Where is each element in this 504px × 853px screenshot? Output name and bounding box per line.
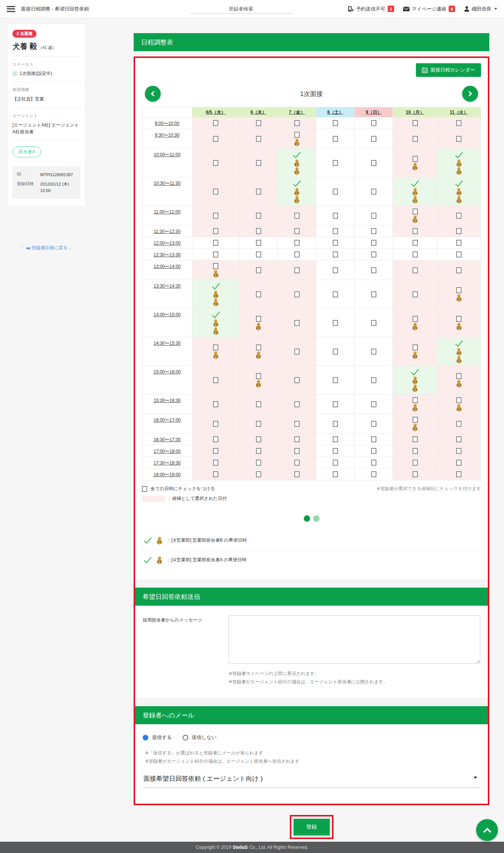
slot-checkbox[interactable]	[456, 228, 461, 234]
slot-checkbox[interactable]	[294, 448, 300, 454]
mail-template-select[interactable]: 面接希望日回答依頼 ( エージェント向け )	[143, 771, 480, 788]
slot-checkbox[interactable]	[213, 401, 218, 407]
send-radio-selected[interactable]	[143, 735, 148, 740]
slot-checkbox[interactable]	[294, 132, 300, 138]
slot-checkbox[interactable]	[213, 471, 218, 477]
slot-checkbox[interactable]	[371, 291, 376, 297]
slot-checkbox[interactable]	[213, 213, 218, 219]
slot-checkbox[interactable]	[456, 471, 461, 477]
slot-checkbox[interactable]	[294, 320, 300, 326]
slot-checkbox[interactable]	[456, 436, 461, 442]
slot-checkbox[interactable]	[413, 156, 418, 162]
slot-checkbox[interactable]	[213, 228, 218, 234]
slot-checkbox[interactable]	[456, 213, 461, 219]
slot-checkbox[interactable]	[371, 267, 376, 273]
slot-checkbox[interactable]	[256, 373, 261, 379]
slot-checkbox[interactable]	[456, 460, 461, 466]
slot-checkbox[interactable]	[333, 471, 338, 477]
slot-checkbox[interactable]	[256, 344, 261, 350]
slot-checkbox[interactable]	[413, 316, 418, 322]
slot-checkbox[interactable]	[294, 240, 300, 246]
slot-checkbox[interactable]	[256, 240, 261, 246]
slot-checkbox[interactable]	[256, 436, 261, 442]
time-slot-link[interactable]: 11:30〜12:30	[154, 229, 180, 234]
time-slot-link[interactable]: 9:30〜10:30	[155, 133, 179, 138]
slot-checkbox[interactable]	[256, 228, 261, 234]
recruiter-message-textarea[interactable]	[228, 615, 480, 664]
time-slot-link[interactable]: 16:30〜17:30	[154, 437, 181, 442]
date-link[interactable]: 10（月）	[406, 110, 424, 115]
slot-checkbox[interactable]	[333, 228, 338, 234]
slot-checkbox[interactable]	[256, 471, 261, 477]
slot-checkbox[interactable]	[256, 213, 261, 219]
slot-checkbox[interactable]	[333, 401, 338, 407]
time-slot-link[interactable]: 16:00〜17:00	[154, 417, 181, 423]
slot-checkbox[interactable]	[294, 401, 300, 407]
slot-checkbox[interactable]	[333, 421, 338, 427]
slot-checkbox[interactable]	[213, 240, 218, 246]
slot-checkbox[interactable]	[371, 460, 376, 466]
slot-checkbox[interactable]	[333, 136, 338, 142]
slot-checkbox[interactable]	[294, 228, 300, 234]
slot-checkbox[interactable]	[333, 436, 338, 442]
staff-tag[interactable]: 担当者A	[12, 146, 41, 157]
slot-checkbox[interactable]	[256, 401, 261, 407]
slot-checkbox[interactable]	[256, 421, 261, 427]
back-to-detail-link[interactable]: 「 ◀◀ 登録者詳細に戻る 」	[7, 245, 86, 251]
time-slot-link[interactable]: 13:00〜14:00	[154, 264, 181, 269]
slot-checkbox[interactable]	[213, 421, 218, 427]
slot-checkbox[interactable]	[213, 460, 218, 466]
slot-checkbox[interactable]	[333, 320, 338, 326]
slot-checkbox[interactable]	[371, 377, 376, 383]
slot-checkbox[interactable]	[294, 377, 300, 383]
reserve-blocked-menu[interactable]: 予約送信不可 3	[348, 6, 394, 12]
slot-checkbox[interactable]	[294, 251, 300, 257]
slot-checkbox[interactable]	[413, 436, 418, 442]
slot-checkbox[interactable]	[256, 251, 261, 257]
slot-checkbox[interactable]	[413, 460, 418, 466]
slot-checkbox[interactable]	[213, 136, 218, 142]
slot-checkbox[interactable]	[413, 344, 418, 350]
date-link[interactable]: 9（日）	[366, 110, 382, 115]
time-slot-link[interactable]: 10:00〜11:00	[154, 152, 180, 157]
hamburger-menu-icon[interactable]	[7, 5, 15, 13]
slot-checkbox[interactable]	[413, 417, 418, 423]
time-slot-link[interactable]: 10:30〜11:30	[154, 181, 180, 186]
slot-checkbox[interactable]	[333, 189, 338, 195]
time-slot-link[interactable]: 14:30〜15:30	[154, 341, 181, 346]
slot-checkbox[interactable]	[213, 189, 218, 195]
date-link[interactable]: 7（金）	[289, 110, 305, 115]
slot-checkbox[interactable]	[294, 213, 300, 219]
time-slot-link[interactable]: 11:00〜12:00	[154, 209, 180, 215]
no-send-radio[interactable]	[183, 735, 188, 740]
slot-checkbox[interactable]	[371, 471, 376, 477]
slot-checkbox[interactable]	[213, 120, 218, 126]
user-menu[interactable]: 織田信長	[464, 6, 497, 12]
date-link[interactable]: 6（木）	[251, 110, 267, 115]
slot-checkbox[interactable]	[371, 160, 376, 166]
slot-checkbox[interactable]	[413, 267, 418, 273]
slot-checkbox[interactable]	[333, 213, 338, 219]
slot-checkbox[interactable]	[333, 291, 338, 297]
time-slot-link[interactable]: 15:00〜16:00	[154, 369, 181, 375]
slot-checkbox[interactable]	[294, 471, 300, 477]
slot-checkbox[interactable]	[456, 397, 461, 403]
check-all-checkbox[interactable]	[142, 486, 147, 492]
slot-checkbox[interactable]	[456, 251, 461, 257]
submit-button[interactable]: 登録	[294, 819, 330, 835]
slot-checkbox[interactable]	[256, 448, 261, 454]
interview-calendar-button[interactable]: 面接日程カレンダー	[416, 63, 481, 77]
slot-checkbox[interactable]	[294, 421, 300, 427]
slot-checkbox[interactable]	[333, 448, 338, 454]
slot-checkbox[interactable]	[413, 136, 418, 142]
slot-checkbox[interactable]	[256, 291, 261, 297]
slot-checkbox[interactable]	[371, 120, 376, 126]
slot-checkbox[interactable]	[294, 291, 300, 297]
prev-arrow-button[interactable]	[145, 86, 161, 102]
scroll-to-top-button[interactable]	[476, 819, 498, 841]
slot-checkbox[interactable]	[294, 349, 300, 355]
slot-checkbox[interactable]	[371, 228, 376, 234]
slot-checkbox[interactable]	[294, 436, 300, 442]
slot-checkbox[interactable]	[333, 267, 338, 273]
slot-checkbox[interactable]	[294, 460, 300, 466]
